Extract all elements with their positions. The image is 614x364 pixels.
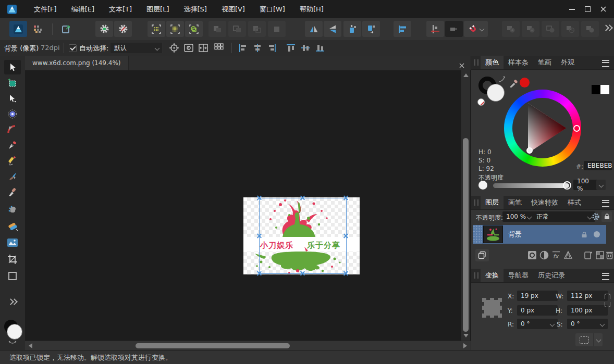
new-layer-icon[interactable] (584, 250, 593, 260)
gear-green-button[interactable] (95, 21, 113, 37)
fill-circle-swatch[interactable] (487, 84, 505, 102)
menu-select[interactable]: 选择[S] (176, 5, 214, 14)
eyedropper-icon[interactable] (509, 77, 519, 88)
link-dimensions-toggle[interactable] (605, 294, 611, 313)
new-pixel-layer-icon[interactable] (595, 250, 605, 260)
selection-brush-tool[interactable] (4, 107, 21, 121)
panel-grip-icon[interactable] (474, 272, 478, 279)
document-image[interactable]: 小刀娱乐 乐于分享 (243, 197, 360, 274)
mask-layer-icon[interactable] (527, 250, 537, 260)
picked-color-dot[interactable] (520, 78, 530, 87)
x-input[interactable]: 19 px (517, 291, 558, 301)
fill-stroke-swatch[interactable] (2, 319, 23, 345)
persona-dots-button[interactable] (29, 21, 46, 37)
tab-close-button[interactable] (459, 60, 464, 70)
selection-handle-bottom-right[interactable] (343, 271, 349, 277)
snap-shape-button[interactable] (185, 21, 203, 37)
tab-history[interactable]: 历史记录 (533, 269, 570, 282)
flip-horizontal-button[interactable] (305, 21, 323, 37)
layer-lock-icon[interactable] (581, 231, 587, 238)
gear-disabled-button[interactable] (114, 21, 132, 37)
fill-stroke-selector[interactable] (477, 76, 507, 106)
toolbar-overflow-button[interactable] (604, 26, 612, 30)
adjustment-layer-icon[interactable] (539, 250, 549, 260)
magnet-snap-button[interactable] (464, 21, 488, 37)
auto-select-checkbox[interactable] (69, 44, 77, 52)
cycle-selection-box-button[interactable] (169, 43, 179, 55)
scroll-right-arrow[interactable] (463, 343, 467, 348)
panel-menu-icon[interactable] (602, 273, 609, 280)
persona-photo-button[interactable] (9, 21, 27, 37)
transform-mode-button[interactable] (575, 333, 593, 346)
tab-swatches[interactable]: 样本条 (504, 56, 533, 69)
menu-edit[interactable]: 编辑[E] (64, 5, 102, 14)
menu-layer[interactable]: 图层[L] (139, 5, 176, 14)
transform-objects-button[interactable] (198, 43, 208, 55)
vertical-scrollbar[interactable] (461, 70, 470, 341)
align-left-button[interactable] (238, 43, 248, 55)
align-right-button[interactable] (267, 43, 277, 55)
rectangle-tool[interactable] (4, 269, 21, 283)
tab-appearance[interactable]: 外观 (556, 56, 579, 69)
layers-opacity-dropdown[interactable]: 100 % (502, 211, 535, 222)
panel-grip-icon[interactable] (474, 199, 478, 206)
erase-tool[interactable] (4, 219, 21, 234)
canvas-viewport[interactable]: 小刀娱乐 乐于分享 (25, 70, 471, 341)
magnet-dropdown-chevron[interactable] (479, 27, 484, 32)
rotate-cw-button[interactable] (362, 21, 380, 37)
pencil-tool[interactable] (4, 154, 21, 168)
rail-overflow-button[interactable] (8, 299, 17, 304)
smudge-tool[interactable] (4, 202, 21, 217)
shear-dropdown[interactable]: 0 ° (567, 319, 608, 329)
align-bottom-button[interactable] (315, 43, 325, 55)
align-middle-button[interactable] (300, 43, 311, 55)
tab-styles[interactable]: 样式 (563, 196, 586, 209)
color-picker-tool[interactable] (4, 185, 21, 199)
align-center-button[interactable] (252, 43, 263, 55)
panel-grip-icon[interactable] (474, 59, 478, 66)
lock-layer-button[interactable] (601, 211, 612, 222)
tab-quick-fx[interactable]: 快速特效 (526, 196, 563, 209)
layer-drag-handle[interactable] (473, 225, 482, 244)
duplicate-layer-button[interactable] (475, 249, 489, 261)
move-tool[interactable] (4, 60, 21, 74)
pen-tool[interactable] (4, 138, 21, 153)
node-tool[interactable] (4, 91, 21, 106)
snap-grid-2-button[interactable] (166, 21, 184, 37)
maximize-button[interactable] (580, 3, 595, 16)
scroll-left-arrow[interactable] (29, 343, 32, 348)
snap-toggle-button[interactable] (445, 21, 463, 37)
alignment-button[interactable] (394, 21, 411, 37)
y-input[interactable]: 0 px (517, 305, 558, 316)
hue-selector[interactable] (573, 125, 580, 132)
selection-handle-mid-left[interactable] (256, 233, 262, 239)
tab-brushes[interactable]: 画笔 (504, 196, 526, 209)
snap-grid-1-button[interactable] (148, 21, 165, 37)
show-alignment-handles-button[interactable] (214, 43, 224, 55)
layer-visibility-toggle[interactable] (594, 231, 600, 237)
flood-select-tool[interactable] (4, 122, 21, 137)
panel-menu-icon[interactable] (602, 200, 609, 207)
no-color-swatch[interactable] (477, 98, 485, 106)
h-input[interactable]: 100 px (567, 305, 608, 316)
selection-handle-mid-right[interactable] (343, 233, 349, 239)
edit-all-layers-button[interactable] (183, 43, 194, 55)
crop-tool[interactable] (4, 252, 21, 267)
scroll-up-arrow[interactable] (463, 73, 469, 77)
menu-text[interactable]: 文本[T] (102, 5, 139, 14)
scroll-down-arrow[interactable] (463, 334, 469, 337)
snap-manager-button[interactable] (426, 21, 444, 37)
transform-mode-dropdown[interactable] (594, 333, 603, 346)
selection-handle-top-center[interactable] (300, 195, 305, 201)
vertical-scroll-thumb[interactable] (463, 138, 469, 332)
horizontal-scrollbar[interactable] (25, 341, 471, 350)
selection-handle-top-left[interactable] (256, 195, 262, 201)
hsl-triangle[interactable] (504, 90, 581, 167)
bw-swatch[interactable] (592, 85, 609, 94)
swap-fill-stroke-icon[interactable] (498, 76, 507, 83)
blend-options-gear-icon[interactable] (592, 212, 600, 221)
layer-effects-icon[interactable]: fx (551, 250, 561, 260)
tab-layers[interactable]: 图层 (481, 196, 504, 209)
selection-handle-top-right[interactable] (343, 195, 349, 201)
tab-transform[interactable]: 变换 (481, 269, 504, 282)
